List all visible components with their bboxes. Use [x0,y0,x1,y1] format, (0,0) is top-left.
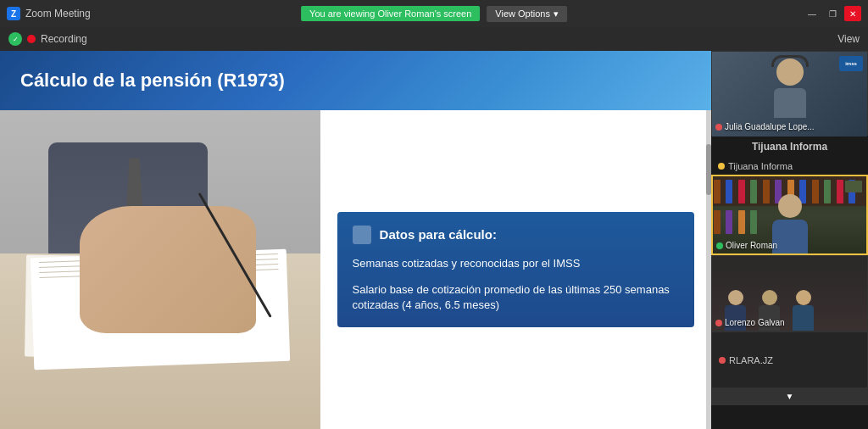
chevron-down-icon [786,390,794,402]
slide-title: Cálculo de la pensión (R1973) [20,70,285,92]
tijuana-dot [718,163,725,170]
recording-left: ✓ Recording [8,32,87,46]
info-box: Datos para cálculo: Semanas cotizadas y … [337,212,694,328]
julia-headphone [771,55,809,67]
titlebar-title: Zoom Meeting [25,8,91,20]
slide-photo-inner [0,110,320,429]
tijuana-label: Tijuana Informa [728,161,793,171]
book13 [714,210,721,234]
rlara-name: RLARA.JZ [729,355,773,365]
julia-body [774,88,806,118]
person1-head [728,290,743,305]
person3-head [796,290,811,305]
book10 [824,180,831,203]
book14 [726,210,732,234]
oliver-name: Oliver Roman [726,241,777,250]
lorenzo-mic-icon [715,320,722,326]
participant-tile-lorenzo: Lorenzo Galvan [711,255,868,332]
tijuana-row: Tijuana Informa [711,158,868,175]
chevron-down-button[interactable] [711,387,868,405]
person2-head [762,290,777,305]
info-box-icon [353,226,371,244]
titlebar-controls: — ❐ ✕ [804,6,861,21]
slide-photo [0,110,320,429]
lorenzo-name: Lorenzo Galvan [725,318,785,327]
participant-tile-rlara: RLARA.JZ [711,332,868,387]
book9 [812,180,819,203]
oliver-mic-icon [716,242,723,249]
slide-header: Cálculo de la pensión (R1973) [0,51,711,110]
book11 [837,180,843,203]
imss-logo-julia: imss [839,56,863,71]
book16 [750,210,757,234]
titlebar-left: Z Zoom Meeting [7,7,91,20]
oliver-head [778,194,802,218]
slide-content: Datos para cálculo: Semanas cotizadas y … [320,110,711,429]
julia-head [776,58,804,86]
participant-tile-julia: imss Julia Guadalupe Lope... [711,51,868,136]
shield-icon: ✓ [8,32,22,46]
person3 [793,290,814,331]
rlara-inner: RLARA.JZ [712,332,867,387]
julia-mic-icon [715,124,722,131]
recording-dot [27,35,36,43]
recording-label: Recording [41,33,87,45]
info-box-title: Datos para cálculo: [380,227,497,242]
julia-person [774,58,806,118]
minimize-button[interactable]: — [804,6,821,21]
presentation-area: Cálculo de la pensión (R1973) [0,51,711,429]
lorenzo-label: Lorenzo Galvan [715,318,785,327]
book3 [738,180,745,203]
recording-bar: ✓ Recording View [0,27,868,51]
close-button[interactable]: ✕ [844,6,861,21]
view-options-chevron: ▾ [554,8,559,20]
julia-name: Julia Guadalupe Lope... [725,122,815,131]
photo-hand [80,206,256,333]
info-item-2: Salario base de cotización promedio de l… [353,282,679,315]
book15 [738,210,745,234]
zoom-icon: Z [7,7,20,20]
view-options-button[interactable]: View Options ▾ [487,6,567,22]
titlebar-center: You are viewing Oliver Roman's screen Vi… [301,6,567,22]
view-options-label: View Options [495,8,550,19]
rlara-mic-icon [719,357,726,364]
participant-tile-oliver: Oliver Roman [711,175,868,255]
info-box-header: Datos para cálculo: [353,226,679,244]
person3-body [793,305,814,331]
slide-body: Datos para cálculo: Semanas cotizadas y … [0,110,711,429]
view-label[interactable]: View [837,33,860,45]
oliver-label: Oliver Roman [716,241,777,250]
info-item-1: Semanas cotizadas y reconocidas por el I… [353,256,679,272]
restore-button[interactable]: ❐ [824,6,841,21]
titlebar: Z Zoom Meeting You are viewing Oliver Ro… [0,0,868,27]
rlara-row: RLARA.JZ [719,355,773,365]
main-content: Cálculo de la pensión (R1973) [0,51,868,429]
section-label: Tijuana Informa [711,136,868,158]
book2 [726,180,732,203]
slide: Cálculo de la pensión (R1973) [0,51,711,429]
oliver-wall-decor [845,181,862,192]
book1 [714,180,721,203]
sidebar: imss Julia Guadalupe Lope... Tijuana Inf… [711,51,868,429]
screen-share-banner: You are viewing Oliver Roman's screen [301,6,480,21]
julia-label: Julia Guadalupe Lope... [715,122,815,131]
book4 [750,180,757,203]
